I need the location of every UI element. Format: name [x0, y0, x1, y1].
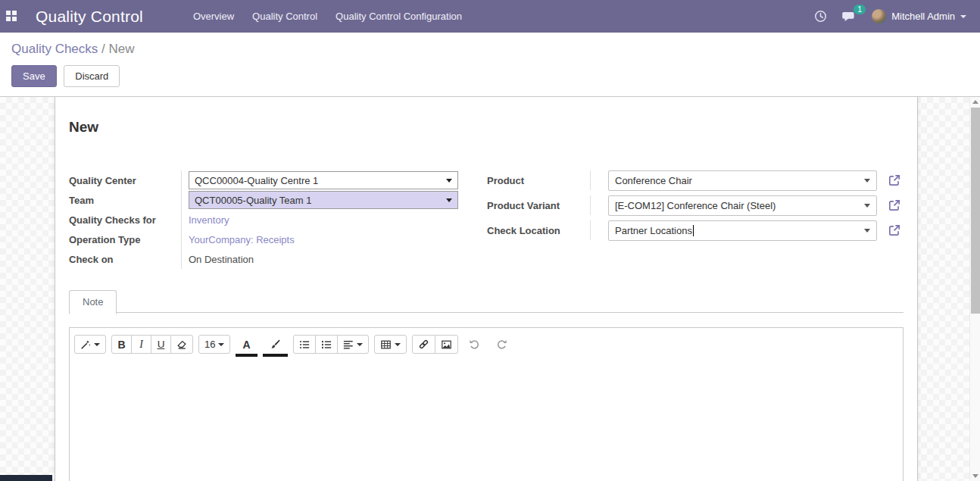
- product-variant-external-link-button[interactable]: [888, 198, 901, 212]
- user-avatar: [872, 9, 886, 23]
- table-group: [374, 335, 407, 354]
- insert-group: [412, 335, 458, 354]
- dropdown-caret-icon[interactable]: [864, 229, 870, 233]
- messages-menu[interactable]: 1: [842, 10, 857, 23]
- check-location-label: Check Location: [487, 220, 591, 240]
- apps-grid-square: [6, 11, 11, 15]
- apps-menu-icon[interactable]: [6, 11, 17, 22]
- product-label: Product: [487, 170, 591, 190]
- style-dropdown-button[interactable]: [74, 335, 106, 354]
- check-location-external-link-button[interactable]: [888, 223, 901, 237]
- product-variant-input[interactable]: [E-COM12] Conference Chair (Steel): [608, 195, 877, 216]
- team-select[interactable]: QCT00005-Quality Team 1: [189, 191, 458, 209]
- insert-image-button[interactable]: [435, 335, 458, 354]
- breadcrumb-separator: /: [101, 42, 105, 56]
- chevron-down-icon: [960, 15, 966, 18]
- clear-formatting-button[interactable]: [170, 335, 193, 354]
- menu-item-quality-control[interactable]: Quality Control: [245, 6, 325, 27]
- caret-down-icon: [94, 343, 100, 346]
- notebook-tabs: Note: [69, 289, 904, 313]
- quality-center-select[interactable]: QCC00004-Quality Centre 1: [189, 171, 458, 189]
- font-style-group: B I U: [111, 335, 193, 354]
- field-row-product: Product Conference Chair: [487, 170, 904, 190]
- magic-wand-icon: [80, 339, 91, 350]
- font-color-button[interactable]: A: [236, 335, 257, 357]
- insert-link-button[interactable]: [412, 335, 435, 354]
- triangle-down-icon: [972, 474, 978, 478]
- quality-checks-for-label: Quality Checks for: [69, 210, 182, 230]
- link-icon: [418, 339, 429, 350]
- scrollbar-up-arrow[interactable]: [970, 97, 980, 107]
- check-on-label: Check on: [69, 249, 182, 269]
- dropdown-caret-icon[interactable]: [864, 179, 870, 183]
- bold-button[interactable]: B: [111, 335, 132, 354]
- discard-button[interactable]: Discard: [64, 65, 120, 87]
- caret-down-icon: [395, 343, 401, 346]
- select-caret-icon: [446, 179, 452, 183]
- team-label: Team: [69, 190, 182, 210]
- font-size-group: 16: [198, 335, 230, 354]
- field-row-operation-type: Operation Type YourCompany: Receipts: [69, 230, 458, 249]
- check-location-value: Partner Locations: [615, 225, 692, 236]
- check-location-input[interactable]: Partner Locations: [608, 220, 877, 241]
- note-editable-area[interactable]: [70, 362, 903, 481]
- scrollbar-down-arrow[interactable]: [970, 471, 980, 481]
- scrollbar-thumb[interactable]: [971, 108, 980, 314]
- operation-type-label: Operation Type: [69, 230, 182, 249]
- list-ul-icon: [299, 339, 310, 350]
- form-view-background: New Quality Center QCC00004-Quality Cent…: [0, 97, 980, 481]
- activities-clock-icon[interactable]: [814, 10, 827, 23]
- font-size-value: 16: [204, 339, 215, 350]
- product-value: Conference Chair: [615, 175, 692, 186]
- note-editor: B I U 16 A: [69, 327, 904, 481]
- systray: 1 Mitchell Admin: [814, 9, 966, 23]
- ordered-list-button[interactable]: [315, 335, 338, 354]
- redo-button[interactable]: [491, 335, 513, 354]
- paragraph-group: [293, 335, 369, 354]
- picture-icon: [441, 339, 452, 350]
- breadcrumb-current: New: [109, 42, 135, 56]
- table-icon: [380, 339, 392, 350]
- external-link-icon: [888, 173, 901, 187]
- form-sheet: New Quality Center QCC00004-Quality Cent…: [55, 97, 918, 481]
- product-external-link-button[interactable]: [888, 173, 901, 187]
- breadcrumb: Quality Checks / New: [11, 42, 980, 57]
- table-button[interactable]: [374, 335, 407, 354]
- menu-item-quality-control-configuration[interactable]: Quality Control Configuration: [328, 6, 470, 27]
- product-variant-label: Product Variant: [487, 195, 591, 215]
- vertical-scrollbar[interactable]: [969, 97, 980, 481]
- underline-button[interactable]: U: [151, 335, 171, 354]
- save-button[interactable]: Save: [11, 65, 57, 87]
- undo-button[interactable]: [463, 335, 485, 354]
- user-menu[interactable]: Mitchell Admin: [872, 9, 966, 23]
- highlight-color-button[interactable]: [263, 335, 288, 357]
- quality-center-value: QCC00004-Quality Centre 1: [195, 175, 318, 186]
- paragraph-align-button[interactable]: [337, 335, 369, 354]
- record-title: New: [69, 119, 904, 136]
- top-navbar: Quality Control Overview Quality Control…: [0, 0, 980, 33]
- field-groups: Quality Center QCC00004-Quality Centre 1…: [69, 170, 904, 269]
- caret-down-icon: [218, 343, 224, 346]
- select-caret-icon: [446, 198, 452, 202]
- breadcrumb-quality-checks[interactable]: Quality Checks: [11, 42, 98, 56]
- menu-item-overview[interactable]: Overview: [186, 6, 242, 27]
- operation-type-link[interactable]: YourCompany: Receipts: [189, 234, 295, 245]
- field-row-check-on: Check on On Destination: [69, 249, 458, 269]
- font-size-dropdown-button[interactable]: 16: [198, 335, 230, 354]
- editor-toolbar: B I U 16 A: [70, 328, 903, 362]
- quality-checks-for-link[interactable]: Inventory: [189, 214, 229, 226]
- quality-center-label: Quality Center: [69, 170, 182, 190]
- main-menu: Overview Quality Control Quality Control…: [186, 6, 470, 27]
- external-link-icon: [888, 223, 901, 237]
- field-row-check-location: Check Location Partner Locations: [487, 220, 904, 240]
- unordered-list-button[interactable]: [293, 335, 316, 354]
- control-panel: Quality Checks / New Save Discard: [0, 33, 980, 97]
- app-title[interactable]: Quality Control: [36, 8, 143, 26]
- action-buttons: Save Discard: [11, 65, 980, 87]
- tab-note[interactable]: Note: [69, 290, 117, 314]
- list-ol-icon: [321, 339, 332, 350]
- italic-button[interactable]: I: [131, 335, 151, 354]
- dropdown-caret-icon[interactable]: [864, 204, 870, 208]
- product-input[interactable]: Conference Chair: [608, 170, 877, 191]
- external-link-icon: [888, 198, 901, 212]
